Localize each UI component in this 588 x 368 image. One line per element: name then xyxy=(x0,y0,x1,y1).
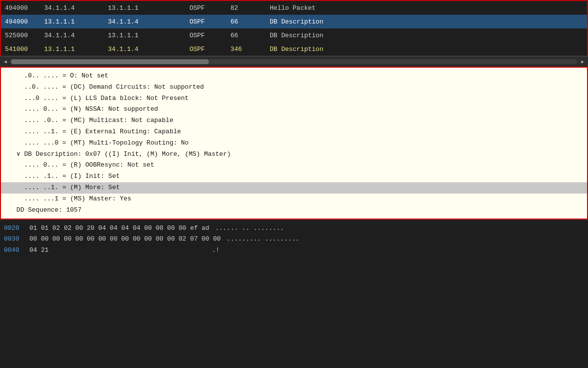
packet-no: 541000 xyxy=(1,42,40,56)
table-row[interactable]: 494000 34.1.1.4 13.1.1.1 OSPF 82 Hello P… xyxy=(1,1,587,15)
packet-no: 494000 xyxy=(1,1,40,15)
detail-line: .0.. .... = O: Not set xyxy=(1,71,587,82)
detail-line: .... 0... = (R) OOBResync: Not set xyxy=(1,160,587,171)
hex-offset: 0020 xyxy=(4,223,24,234)
detail-line: ..0. .... = (DC) Demand Circuits: Not su… xyxy=(1,82,587,93)
hex-ascii: .! xyxy=(212,245,220,256)
table-row[interactable]: 494000 13.1.1.1 34.1.1.4 OSPF 66 DB Desc… xyxy=(1,15,587,28)
packet-proto: OSPF xyxy=(168,1,227,15)
packet-proto: OSPF xyxy=(168,28,227,42)
hex-bytes: 00 00 00 00 00 00 00 00 00 00 00 00 00 0… xyxy=(29,234,221,245)
packet-no: 494000 xyxy=(1,15,40,28)
packet-no: 525000 xyxy=(1,28,40,42)
packet-info: DB Description xyxy=(266,42,587,56)
hex-pane: 0020 01 01 02 02 00 20 04 04 04 04 00 00… xyxy=(0,220,588,258)
packet-proto: OSPF xyxy=(168,42,227,56)
detail-line: .... ..1. = (M) More: Set xyxy=(1,182,587,194)
packet-table-section: 494000 34.1.1.4 13.1.1.1 OSPF 82 Hello P… xyxy=(0,0,588,56)
packet-src: 13.1.1.1 xyxy=(40,42,104,56)
table-row[interactable]: 541000 13.1.1.1 34.1.1.4 OSPF 346 DB Des… xyxy=(1,42,587,56)
detail-line: .... ..1. = (E) External Routing: Capabl… xyxy=(1,126,587,138)
hex-bytes: 01 01 02 02 00 20 04 04 04 04 00 00 00 0… xyxy=(29,223,209,234)
hex-offset: 0040 xyxy=(4,245,24,256)
scroll-right-arrow[interactable]: ▶ xyxy=(579,59,586,65)
packet-src: 34.1.1.4 xyxy=(40,28,104,42)
packet-dst: 34.1.1.4 xyxy=(104,15,168,28)
packet-len: 66 xyxy=(227,28,266,42)
packet-dst: 13.1.1.1 xyxy=(104,1,168,15)
packet-dst: 13.1.1.1 xyxy=(104,28,168,42)
detail-line: ...0 .... = (L) LLS Data block: Not Pres… xyxy=(1,93,587,104)
hex-bytes: 04 21 xyxy=(29,245,206,256)
detail-line: ∨ DB Description: 0x07 ((I) Init, (M) Mo… xyxy=(1,149,587,160)
packet-src: 13.1.1.1 xyxy=(40,15,104,28)
detail-line: .... ...0 = (MT) Multi-Topology Routing:… xyxy=(1,138,587,149)
hex-offset: 0030 xyxy=(4,234,24,245)
detail-line: .... ...1 = (MS) Master: Yes xyxy=(1,194,587,205)
packet-len: 346 xyxy=(227,42,266,56)
detail-line: .... 0... = (N) NSSA: Not supported xyxy=(1,104,587,115)
table-row[interactable]: 525000 34.1.1.4 13.1.1.1 OSPF 66 DB Desc… xyxy=(1,28,587,42)
hex-row: 0040 04 21 .! xyxy=(4,245,584,256)
packet-table: 494000 34.1.1.4 13.1.1.1 OSPF 82 Hello P… xyxy=(1,1,587,56)
packet-proto: OSPF xyxy=(168,15,227,28)
hex-row: 0020 01 01 02 02 00 20 04 04 04 04 00 00… xyxy=(4,223,584,234)
packet-len: 66 xyxy=(227,15,266,28)
hex-ascii: ...... .. ........ xyxy=(215,223,284,234)
packet-dst: 34.1.1.4 xyxy=(104,42,168,56)
scroll-left-arrow[interactable]: ◀ xyxy=(2,59,9,65)
hex-ascii: ......... ......... xyxy=(227,234,299,245)
detail-line: .... .0.. = (MC) Multicast: Not capable xyxy=(1,115,587,126)
packet-src: 34.1.1.4 xyxy=(40,1,104,15)
packet-len: 82 xyxy=(227,1,266,15)
scrollbar-track[interactable] xyxy=(11,59,577,64)
horizontal-scrollbar[interactable]: ◀ ▶ xyxy=(0,56,588,67)
packet-info: DB Description xyxy=(266,28,587,42)
detail-line: .... .1.. = (I) Init: Set xyxy=(1,171,587,182)
packet-info: Hello Packet xyxy=(266,1,587,15)
detail-pane: .0.. .... = O: Not set ..0. .... = (DC) … xyxy=(0,67,588,220)
hex-row: 0030 00 00 00 00 00 00 00 00 00 00 00 00… xyxy=(4,234,584,245)
scrollbar-thumb[interactable] xyxy=(11,59,209,64)
detail-line: DD Sequence: 1057 xyxy=(1,205,587,216)
packet-info: DB Description xyxy=(266,15,587,28)
